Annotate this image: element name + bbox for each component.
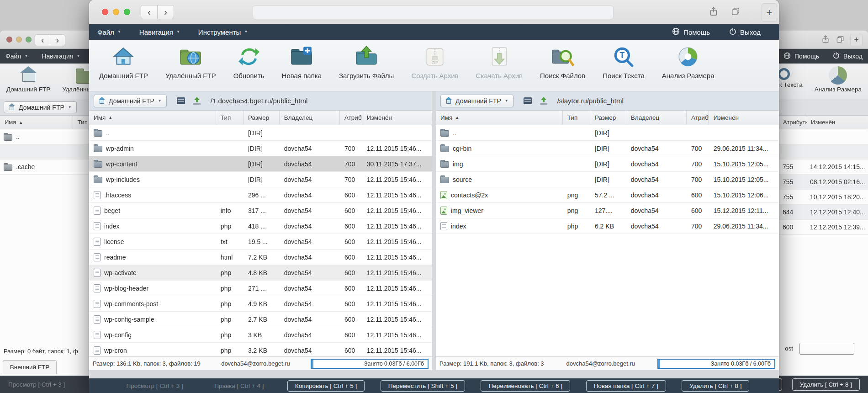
server-icon-button[interactable] — [177, 97, 185, 104]
file-row[interactable]: img_viewer png 127.... dovcha54 600 15.1… — [436, 203, 779, 218]
column-size[interactable]: Размер — [590, 111, 626, 125]
file-row[interactable]: beget info 317 ... dovcha54 600 12.11.20… — [89, 203, 432, 218]
file-row[interactable]: wp-includes [DIR] dovcha54 700 12.11.201… — [89, 172, 432, 187]
file-row[interactable]: wp-config php 3 KB dovcha54 600 12.11.20… — [89, 327, 432, 343]
source-select[interactable]: Домашний FTP ▼ — [94, 95, 167, 107]
view-button[interactable]: Просмотр [ Ctrl + 3 ] — [8, 381, 65, 388]
tab-overview-icon[interactable] — [730, 6, 741, 18]
browser-forward-button[interactable]: › — [157, 5, 174, 19]
file-row[interactable]: img [DIR] dovcha54 700 15.10.2015 12:05.… — [436, 156, 779, 172]
column-owner[interactable]: Владелец — [626, 111, 687, 125]
column-size[interactable]: Размер — [243, 111, 280, 125]
file-row[interactable]: wp-activate php 4.8 KB dovcha54 600 12.1… — [89, 265, 432, 281]
close-window-button[interactable] — [102, 9, 108, 15]
menu-exit[interactable]: Выход — [729, 28, 761, 37]
toolbar-remote-ftp[interactable]: Удалённый FTP — [165, 45, 216, 80]
file-row[interactable]: cgi-bin [DIR] dovcha54 700 29.06.2015 11… — [436, 141, 779, 156]
delete-button[interactable]: Удалить [ Ctrl + 8 ] — [792, 378, 860, 391]
column-owner[interactable]: Владелец — [280, 111, 340, 125]
file-row[interactable]: wp-admin [DIR] dovcha54 700 12.11.2015 1… — [89, 141, 432, 156]
menu-help[interactable]: Помощь — [672, 27, 710, 37]
new-tab-button[interactable]: + — [762, 3, 777, 22]
column-attributes[interactable]: Атрибуты — [687, 111, 709, 125]
file-row[interactable]: contacts@2x png 57.2 ... dovcha54 600 15… — [436, 187, 779, 203]
minimize-window-button[interactable] — [113, 9, 119, 15]
file-row[interactable]: .. [DIR] — [436, 125, 779, 141]
column-attributes[interactable]: Атрибуты — [340, 111, 362, 125]
toolbar-home-ftp[interactable]: Домашний FTP — [99, 45, 148, 80]
upload-icon-button[interactable] — [540, 97, 547, 105]
menu-exit[interactable]: Выход — [833, 52, 863, 60]
file-row[interactable]: wp-cron php 3.2 KB dovcha54 600 12.11.20… — [89, 343, 432, 356]
column-name[interactable]: Имя ▲ — [0, 116, 73, 129]
file-row[interactable]: license txt 19.5 ... dovcha54 600 12.11.… — [89, 234, 432, 250]
new-tab-button[interactable]: + — [850, 34, 863, 46]
column-type[interactable]: Тип — [563, 111, 590, 125]
toolbar-refresh[interactable]: Обновить — [233, 45, 265, 80]
tab-overview-icon[interactable] — [836, 35, 845, 46]
file-row[interactable]: .. — [0, 129, 89, 144]
action-button[interactable]: Удалить [ Ctrl + 8 ] — [682, 380, 749, 392]
file-row[interactable]: 755 14.12.2015 14:15... — [779, 159, 868, 175]
action-button[interactable]: Переименовать [ Ctrl + 6 ] — [481, 380, 570, 392]
menu-file[interactable]: Файл▼ — [97, 28, 121, 36]
file-row[interactable]: readme html 7.2 KB dovcha54 600 12.11.20… — [89, 250, 432, 265]
menu-tools[interactable]: Инструменты▼ — [198, 28, 248, 36]
file-row[interactable]: .htaccess 296 ... dovcha54 600 12.11.201… — [89, 187, 432, 203]
file-row[interactable] — [779, 144, 868, 159]
browser-forward-button[interactable]: › — [50, 34, 65, 46]
toolbar-size-analysis[interactable]: Анализ Размера — [662, 45, 715, 80]
column-changed[interactable]: Изменён — [709, 111, 779, 125]
file-row[interactable]: .. [DIR] — [89, 125, 432, 141]
file-row[interactable]: 600 12.12.2015 12:39... — [779, 220, 868, 235]
file-row[interactable]: 755 08.12.2015 02:16... — [779, 175, 868, 190]
upload-icon-button[interactable] — [193, 97, 201, 105]
file-row[interactable]: index php 418 ... dovcha54 600 12.11.201… — [89, 218, 432, 234]
source-select[interactable]: Домашний FTP ▼ — [440, 95, 513, 107]
browser-url-bar[interactable] — [253, 5, 614, 19]
server-icon-button[interactable] — [524, 97, 532, 104]
toolbar-search-text[interactable]: T Поиск Текста — [603, 45, 645, 80]
file-row[interactable] — [779, 129, 868, 144]
action-button[interactable]: Копировать [ Ctrl + 5 ] — [287, 380, 365, 392]
file-row[interactable]: 755 10.12.2015 18:20... — [779, 190, 868, 205]
file-row[interactable]: index php 6.2 KB dovcha54 700 29.06.2015… — [436, 218, 779, 234]
action-button[interactable]: Правка [ Ctrl + 4 ] — [206, 380, 271, 392]
file-row[interactable]: wp-content [DIR] dovcha54 700 30.11.2015… — [89, 156, 432, 172]
toolbar-size-analysis[interactable]: Анализ Размера — [815, 66, 862, 93]
column-type[interactable]: Тип — [216, 111, 243, 125]
column-name[interactable]: Имя ▲ — [436, 111, 563, 125]
toolbar-search-files[interactable]: Поиск Файлов — [540, 45, 585, 80]
column-changed[interactable]: Изменён — [362, 111, 432, 125]
zoom-window-button[interactable] — [26, 37, 32, 42]
minimize-window-button[interactable] — [16, 37, 22, 42]
toolbar-upload-files[interactable]: Загрузить Файлы — [339, 45, 394, 80]
source-select[interactable]: Домашний FTP ▼ — [4, 101, 77, 113]
menu-help[interactable]: Помощь — [783, 52, 819, 61]
action-button[interactable]: Переместить [ Shift + 5 ] — [381, 380, 465, 392]
file-row[interactable]: wp-comments-post php 4.9 KB dovcha54 600… — [89, 296, 432, 312]
zoom-window-button[interactable] — [124, 9, 130, 15]
menu-navigation[interactable]: Навигация▼ — [139, 28, 180, 36]
file-row[interactable]: wp-config-sample php 2.7 KB dovcha54 600… — [89, 312, 432, 327]
menu-file[interactable]: Файл▼ — [5, 53, 28, 60]
toolbar-new-folder[interactable]: Новая папка — [282, 45, 322, 80]
file-row[interactable]: wp-blog-header php 271 ... dovcha54 600 … — [89, 281, 432, 296]
menu-navigation[interactable]: Навигация▼ — [42, 53, 80, 60]
column-attributes[interactable]: Атрибуты — [779, 116, 807, 129]
action-button[interactable]: Новая папка [ Ctrl + 7 ] — [586, 380, 666, 392]
share-icon[interactable] — [709, 6, 719, 18]
file-row[interactable]: source [DIR] dovcha54 700 15.10.2015 12:… — [436, 172, 779, 187]
column-name[interactable]: Имя ▲ — [89, 111, 216, 125]
close-window-button[interactable] — [6, 37, 12, 42]
column-changed[interactable]: Изменён — [807, 116, 868, 129]
toolbar-home-ftp[interactable]: Домашний FTP — [6, 66, 50, 93]
browser-back-button[interactable]: ‹ — [35, 34, 50, 46]
browser-back-button[interactable]: ‹ — [141, 5, 158, 19]
action-button[interactable]: Просмотр [ Ctrl + 3 ] — [118, 380, 191, 392]
host-input[interactable] — [799, 343, 854, 355]
file-row[interactable]: .cache — [0, 159, 89, 175]
share-icon[interactable] — [821, 35, 830, 46]
tab-external-ftp[interactable]: Внешний FTP — [3, 360, 57, 374]
file-row[interactable]: 644 12.12.2015 12:40... — [779, 205, 868, 220]
